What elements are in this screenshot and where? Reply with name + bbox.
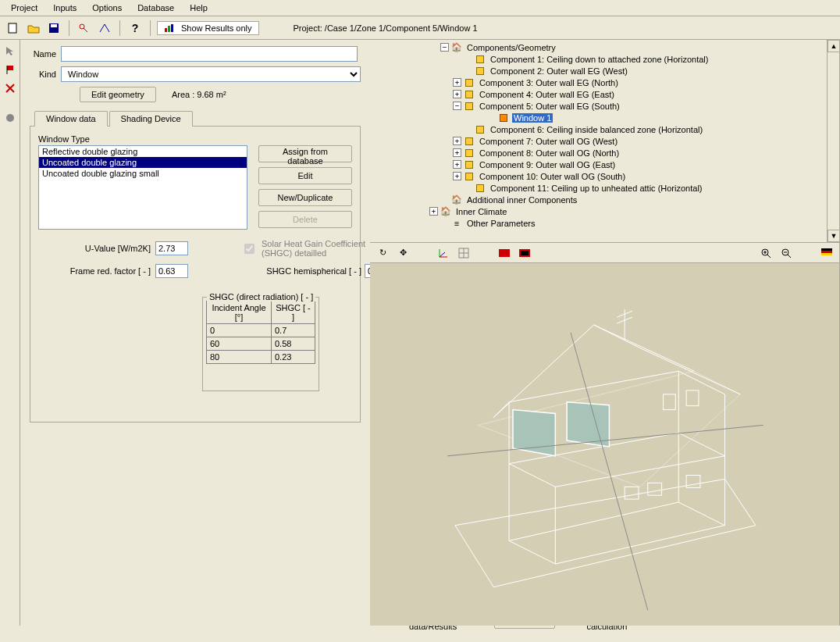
tree-c1[interactable]: Component 1: Ceiling down to attached zo…: [489, 55, 710, 64]
show-results-button[interactable]: Show Results only: [157, 21, 259, 35]
table-row[interactable]: 00.7: [207, 324, 315, 337]
3d-viewer[interactable]: [370, 263, 839, 626]
main-toolbar: ? Show Results only Project: /Case 1/Zon…: [0, 16, 840, 40]
svg-rect-32: [821, 248, 832, 251]
tree-w1[interactable]: Window 1: [512, 113, 553, 123]
component-icon: [464, 102, 475, 111]
lt-select-icon[interactable]: [2, 43, 18, 59]
svg-line-26: [767, 255, 771, 258]
scroll-up-icon[interactable]: ▲: [828, 40, 840, 52]
svg-rect-47: [686, 391, 699, 406]
component-icon: [464, 172, 475, 181]
edit-button[interactable]: Edit: [258, 167, 352, 184]
shgc-th-value: SHGC [ - ]: [271, 301, 315, 324]
svg-line-52: [571, 333, 648, 610]
menu-project[interactable]: Project: [3, 2, 45, 14]
fill-monitor-icon[interactable]: [517, 246, 532, 260]
expander-icon[interactable]: +: [453, 90, 461, 98]
expander-icon[interactable]: −: [453, 102, 461, 110]
expander-icon[interactable]: +: [429, 207, 438, 216]
svg-rect-46: [664, 394, 676, 410]
expander-icon[interactable]: +: [453, 78, 461, 87]
shgc-detailed-checkbox[interactable]: [244, 244, 254, 254]
tree-c6[interactable]: Component 6: Ceiling inside balanced zon…: [489, 125, 704, 134]
tree-add[interactable]: Additional inner Components: [465, 195, 578, 205]
new-duplicate-button[interactable]: New/Duplicate: [258, 189, 352, 206]
open-file-icon[interactable]: [25, 20, 42, 36]
window-icon: [498, 113, 509, 123]
help-icon[interactable]: ?: [126, 20, 144, 36]
lt-cross-icon[interactable]: [2, 80, 18, 96]
menu-database[interactable]: Database: [130, 2, 182, 14]
delete-button[interactable]: Delete: [258, 211, 352, 228]
tree-root[interactable]: Components/Geometry: [465, 43, 557, 52]
svg-rect-43: [625, 487, 639, 499]
uvalue-input[interactable]: [155, 241, 188, 255]
expander-icon[interactable]: +: [453, 160, 461, 169]
tree-c8[interactable]: Component 8: Outer wall OG (North): [478, 148, 621, 158]
tool-b-icon[interactable]: [96, 20, 113, 36]
save-icon[interactable]: [45, 20, 62, 36]
tool-a-icon[interactable]: [76, 20, 93, 36]
tree-scrollbar[interactable]: ▲ ▼: [827, 40, 839, 242]
params-icon: ≡: [451, 219, 462, 228]
tree-c10[interactable]: Component 10: Outer wall OG (South): [478, 172, 627, 181]
svg-line-35: [455, 479, 725, 525]
scroll-down-icon[interactable]: ▼: [828, 230, 840, 242]
viewer-toolbar: ↻ ✥: [370, 243, 839, 263]
window-type-item[interactable]: Uncoated double glazing small: [39, 168, 247, 179]
grid-icon[interactable]: [456, 246, 472, 260]
expander-icon[interactable]: +: [453, 137, 461, 145]
menu-inputs[interactable]: Inputs: [45, 2, 84, 14]
tree-c4[interactable]: Component 4: Outer wall EG (East): [478, 90, 616, 99]
tree-c3[interactable]: Component 3: Outer wall EG (North): [478, 78, 620, 87]
zoom-in-icon[interactable]: [758, 246, 774, 260]
tree-c11[interactable]: Component 11: Ceiling up to unheated att…: [489, 184, 704, 193]
tree-clim[interactable]: Inner Climate: [454, 207, 508, 216]
name-input[interactable]: [61, 46, 358, 62]
shgc-table[interactable]: Incident Angle [°] SHGC [ - ] 00.7600.58…: [206, 301, 315, 364]
svg-rect-0: [9, 23, 16, 33]
expander-icon[interactable]: +: [453, 148, 461, 157]
menu-help[interactable]: Help: [182, 2, 215, 14]
fill-red-icon[interactable]: [497, 246, 512, 260]
tree-c9[interactable]: Component 9: Outer wall OG (East): [478, 160, 617, 169]
component-tree[interactable]: −🏠Components/Geometry Component 1: Ceili…: [370, 40, 839, 230]
table-row[interactable]: 600.58: [207, 337, 315, 351]
tab-shading-device[interactable]: Shading Device: [109, 111, 193, 127]
tree-c5[interactable]: Component 5: Outer wall EG (South): [478, 102, 621, 111]
menu-options[interactable]: Options: [84, 2, 130, 14]
edit-geometry-button[interactable]: Edit geometry: [80, 87, 156, 102]
tab-window-data[interactable]: Window data: [34, 111, 108, 127]
lt-circle-icon[interactable]: [2, 110, 18, 126]
frame-input[interactable]: [155, 264, 188, 278]
svg-rect-24: [521, 251, 529, 255]
axes-icon[interactable]: [436, 246, 451, 260]
window-type-label: Window Type: [38, 134, 352, 144]
table-row[interactable]: 800.23: [207, 351, 315, 364]
kind-select[interactable]: Window: [61, 66, 361, 82]
window-type-item[interactable]: Reflective double glazing: [39, 146, 247, 157]
svg-line-4: [84, 28, 87, 32]
tree-c2[interactable]: Component 2: Outer wall EG (West): [489, 66, 629, 76]
move-icon[interactable]: ✥: [395, 246, 411, 260]
svg-rect-22: [499, 249, 510, 257]
palette-icon[interactable]: [819, 246, 835, 260]
kind-label: Kind: [30, 70, 61, 79]
assign-database-button[interactable]: Assign from database: [258, 145, 352, 162]
expander-icon[interactable]: −: [440, 43, 449, 52]
window-type-list[interactable]: Reflective double glazingUncoated double…: [38, 145, 247, 230]
tree-c7[interactable]: Component 7: Outer wall OG (West): [478, 137, 619, 146]
new-file-icon[interactable]: [5, 20, 22, 36]
rotate-icon[interactable]: ↻: [375, 246, 390, 260]
svg-rect-44: [648, 483, 662, 495]
svg-rect-5: [165, 28, 167, 32]
expander-icon[interactable]: +: [453, 172, 461, 180]
zoom-out-icon[interactable]: [778, 246, 794, 260]
window-type-item[interactable]: Uncoated double glazing: [39, 157, 247, 168]
svg-line-41: [555, 526, 724, 564]
svg-rect-7: [171, 24, 173, 32]
tree-other[interactable]: Other Parameters: [465, 219, 536, 228]
lt-flag-icon[interactable]: [2, 62, 18, 77]
svg-line-38: [725, 479, 756, 525]
